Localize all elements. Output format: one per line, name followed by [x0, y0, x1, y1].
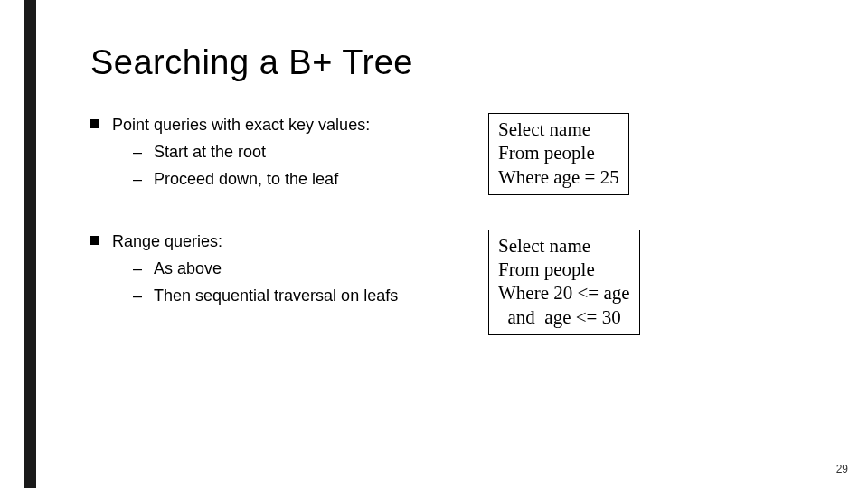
slide-accent-bar [24, 0, 36, 488]
slide-content: Searching a B+ Tree Point queries with e… [90, 43, 832, 470]
bullet-level2: – As above [132, 257, 470, 282]
bullet-level2: – Proceed down, to the leaf [132, 167, 470, 192]
dash-bullet-icon: – [132, 284, 143, 309]
page-number: 29 [836, 463, 848, 475]
bullet-text: Then sequential traversal on leafs [154, 284, 398, 309]
dash-bullet-icon: – [132, 167, 143, 192]
bullet-text: Point queries with exact key values: [112, 113, 370, 138]
bullet-level1: Point queries with exact key values: [90, 113, 470, 138]
square-bullet-icon [90, 236, 99, 245]
bullet-text: Proceed down, to the leaf [154, 167, 338, 192]
slide-title: Searching a B+ Tree [90, 43, 832, 82]
bullet-level2: – Start at the root [132, 140, 470, 165]
section-point-queries: Point queries with exact key values: – S… [90, 113, 832, 195]
sql-example-range: Select name From people Where 20 <= age … [488, 230, 640, 335]
sql-example-point: Select name From people Where age = 25 [488, 113, 629, 195]
section-range-queries: Range queries: – As above – Then sequent… [90, 230, 832, 335]
bullet-level2: – Then sequential traversal on leafs [132, 284, 470, 309]
bullet-text: Start at the root [154, 140, 266, 165]
square-bullet-icon [90, 119, 99, 128]
bullet-text: Range queries: [112, 230, 222, 255]
dash-bullet-icon: – [132, 140, 143, 165]
bullet-text: As above [154, 257, 222, 282]
bullet-block: Point queries with exact key values: – S… [90, 113, 470, 194]
bullet-level1: Range queries: [90, 230, 470, 255]
bullet-block: Range queries: – As above – Then sequent… [90, 230, 470, 311]
dash-bullet-icon: – [132, 257, 143, 282]
